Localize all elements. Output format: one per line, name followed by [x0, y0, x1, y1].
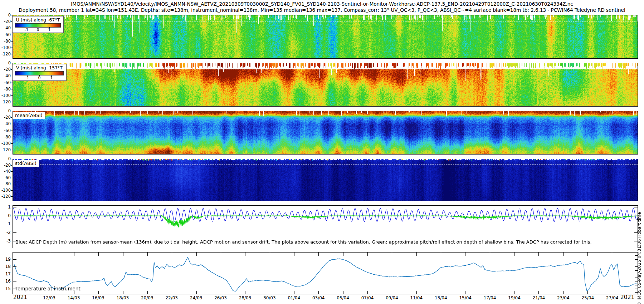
x-tick-label: 01/04	[284, 295, 304, 300]
depth-variation-tick-label: -3	[0, 239, 11, 244]
depth-tick-mark	[11, 63, 13, 63]
u-colorbar	[15, 23, 61, 28]
colorbar-tick-label: 1	[50, 75, 53, 80]
x-tick-label: 19/04	[504, 295, 525, 300]
depth-tick-mark	[11, 111, 13, 111]
depth-tick-mark	[11, 184, 13, 184]
depth-tick-mark	[11, 131, 13, 131]
depth-tick-label: -60	[0, 32, 11, 37]
figure-title-line2: Deployment 58, member 1 lat=34S lon=151.…	[0, 7, 644, 13]
x-tick-label: 15/04	[455, 295, 475, 300]
x-tick-label: 09/04	[382, 295, 402, 300]
depth-tick-label: -40	[0, 121, 11, 126]
figure-title-line1: IMOS/ANMN/NSW/SYD140/Velocity/IMOS_ANMN-…	[0, 1, 644, 7]
temperature-tick-label: 17	[0, 271, 11, 276]
u-velocity-heatmap-canvas	[13, 15, 638, 58]
u-legend: U (m/s) along -67°T -101	[12, 16, 64, 33]
colorbar-tick-label: 0	[37, 28, 39, 32]
depth-tick-label: -80	[0, 87, 11, 92]
year-label-left: 2021	[13, 294, 27, 300]
depth-tick-mark	[11, 54, 13, 54]
x-tick-label: 17/04	[480, 295, 500, 300]
depth-tick-label: -120	[0, 147, 11, 152]
depth-tick-label: -20	[0, 67, 11, 72]
x-tick-label: 11/04	[406, 295, 426, 300]
panel-temperature: Temperature at instrument	[13, 252, 638, 294]
x-tick-label: 25/04	[578, 295, 598, 300]
x-tick-label: 12/03	[39, 295, 59, 300]
depth-tick-mark	[11, 89, 13, 89]
colorbar-tick-label: -1	[25, 28, 29, 32]
depth-tick-label: -20	[0, 115, 11, 120]
adcp-deployment-figure: IMOS/ANMN/NSW/SYD140/Velocity/IMOS_ANMN-…	[0, 0, 644, 304]
std-absi-heatmap-canvas	[13, 159, 638, 201]
mean-absi-label: mean(ABSI)	[12, 112, 45, 119]
temperature-tick-label: 15	[0, 286, 11, 291]
x-tick-label: 05/04	[333, 295, 353, 300]
panel-v-velocity: V (m/s) along -157°T -101	[13, 63, 638, 107]
temperature-tick-label: 16	[0, 279, 11, 284]
depth-tick-label: 0	[0, 156, 11, 161]
depth-tick-label: -20	[0, 19, 11, 24]
x-tick-label: 13/04	[431, 295, 451, 300]
v-legend-title: V (m/s) along -157°T	[13, 64, 66, 71]
depth-tick-label: 0	[0, 60, 11, 65]
depth-tick-mark	[11, 15, 13, 15]
depth-tick-label: -120	[0, 99, 11, 104]
panel-u-velocity: U (m/s) along -67°T -101	[13, 15, 638, 59]
panel-std-absi: std(ABSI)	[13, 159, 638, 201]
x-tick-label: 20/03	[137, 295, 157, 300]
mean-absi-heatmap-canvas	[13, 111, 638, 154]
depth-tick-label: 0	[0, 108, 11, 113]
v-colorbar-labels: -101	[15, 75, 64, 80]
v-legend: V (m/s) along -157°T -101	[12, 64, 67, 81]
colorbar-tick-label: 0	[38, 75, 41, 80]
depth-tick-label: 0	[0, 13, 11, 18]
depth-tick-label: -40	[0, 25, 11, 30]
depth-tick-mark	[11, 41, 13, 41]
colorbar-tick-label: -1	[25, 75, 29, 80]
depth-tick-mark	[11, 143, 13, 144]
depth-tick-label: -120	[0, 194, 11, 199]
depth-tick-mark	[11, 178, 13, 178]
depth-tick-label: -80	[0, 39, 11, 44]
depth-tick-mark	[11, 159, 13, 159]
depth-tick-label: -40	[0, 169, 11, 174]
depth-tick-mark	[11, 83, 13, 83]
depth-tick-label: -100	[0, 45, 11, 50]
depth-tick-label: -80	[0, 134, 11, 139]
u-legend-title: U (m/s) along -67°T	[13, 16, 63, 23]
depth-tick-label: -80	[0, 181, 11, 186]
colorbar-tick-label: 1	[48, 28, 51, 32]
x-tick-label: 18/03	[113, 295, 133, 300]
depth-tick-label: -60	[0, 175, 11, 180]
x-tick-label: 28/03	[235, 295, 255, 300]
x-tick-label: 26/03	[211, 295, 231, 300]
std-absi-label: std(ABSI)	[12, 160, 39, 167]
temperature-tick-label: 18	[0, 264, 11, 269]
depth-variation-tick-label: 0	[0, 213, 11, 218]
x-tick-label: 07/04	[357, 295, 377, 300]
panel-depth-variation: Blue: ADCP Depth (m) variation from sens…	[13, 205, 638, 248]
depth-tick-mark	[11, 102, 13, 102]
depth-tick-label: -20	[0, 163, 11, 168]
x-tick-label: 24/03	[186, 295, 206, 300]
x-tick-label: 23/04	[553, 295, 573, 300]
depth-tick-mark	[11, 35, 13, 35]
depth-tick-mark	[11, 48, 13, 48]
depth-tick-label: -100	[0, 93, 11, 98]
x-tick-label: 03/04	[308, 295, 328, 300]
x-tick-label: 21/04	[529, 295, 549, 300]
x-tick-label: 27/04	[602, 295, 622, 300]
depth-tick-mark	[11, 171, 13, 172]
panel-mean-absi: mean(ABSI)	[13, 111, 638, 155]
depth-tick-label: -40	[0, 73, 11, 78]
depth-tick-mark	[11, 124, 13, 124]
temperature-canvas	[13, 252, 638, 294]
depth-tick-mark	[11, 190, 13, 191]
depth-tick-label: -100	[0, 141, 11, 146]
year-label-right: 2021	[620, 294, 634, 300]
x-tick-label: 22/03	[162, 295, 182, 300]
depth-variation-tick-label: -1	[0, 221, 11, 226]
depth-tick-label: -100	[0, 188, 11, 193]
